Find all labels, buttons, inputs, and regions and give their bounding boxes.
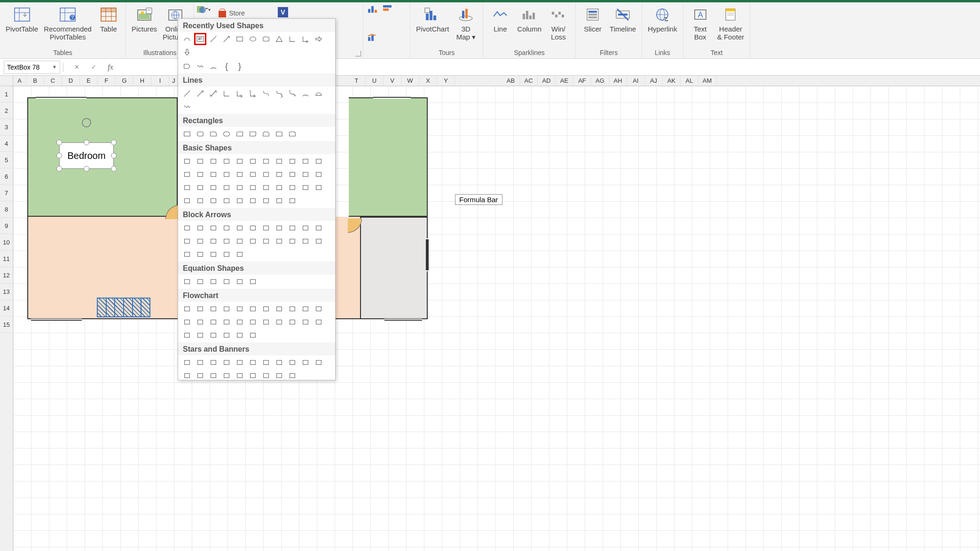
shape-line-item[interactable]	[220, 87, 233, 100]
col-header[interactable]: AG	[591, 76, 609, 86]
window-bottom-left[interactable]	[31, 319, 82, 322]
shape-flowchart-item[interactable]	[286, 316, 298, 328]
shape-star-item[interactable]	[286, 370, 298, 380]
shape-basic-item[interactable]	[286, 155, 298, 167]
row-header[interactable]: 1	[0, 86, 13, 102]
resize-handle[interactable]	[56, 153, 62, 158]
shape-rect-item[interactable]	[181, 128, 193, 140]
col-header[interactable]: AB	[502, 76, 520, 86]
shapes-dropdown-icon[interactable]	[196, 4, 208, 15]
pictures-button[interactable]: Pictures	[130, 4, 159, 34]
shape-block-arrow-item[interactable]	[181, 222, 193, 234]
shape-flowchart-item[interactable]	[207, 303, 220, 315]
shape-basic-item[interactable]	[286, 195, 298, 207]
shape-star-item[interactable]	[273, 356, 285, 369]
shape-block-arrow-item[interactable]	[286, 222, 298, 234]
shape-line-item[interactable]	[194, 87, 206, 100]
shape-basic-item[interactable]	[234, 181, 246, 194]
shape-star-item[interactable]	[207, 356, 220, 369]
shape-flowchart-item[interactable]	[234, 316, 246, 328]
shape-line-item[interactable]	[299, 87, 312, 100]
shape-block-arrow-item[interactable]	[299, 222, 312, 234]
shape-rect-item[interactable]	[220, 128, 233, 140]
name-box[interactable]: TextBox 78 ▼	[4, 61, 60, 74]
shape-basic-item[interactable]	[207, 181, 220, 194]
shape-basic-item[interactable]	[286, 181, 298, 194]
shape-rect-item[interactable]	[260, 128, 272, 140]
row-header[interactable]: 12	[0, 267, 13, 283]
shape-flowchart-item[interactable]	[273, 303, 285, 315]
shape-flowchart-item[interactable]	[194, 303, 206, 315]
row-header[interactable]: 9	[0, 218, 13, 234]
shape-line-item[interactable]	[207, 87, 220, 100]
shape-rect-item[interactable]	[207, 128, 220, 140]
shape-basic-item[interactable]	[247, 168, 259, 181]
col-header[interactable]: AM	[698, 76, 716, 86]
shape-block-arrow-item[interactable]	[181, 248, 193, 260]
shape-basic-item[interactable]	[260, 181, 272, 194]
shape-flowchart-item[interactable]	[313, 316, 325, 328]
shape-rect-item[interactable]	[194, 128, 206, 140]
shape-block-arrow-item[interactable]	[207, 248, 220, 260]
row-header[interactable]: 13	[0, 283, 13, 300]
row-header[interactable]: 7	[0, 185, 13, 201]
shape-flowchart-item[interactable]	[207, 329, 220, 341]
sparkline-line-button[interactable]: Line	[487, 4, 513, 34]
shape-block-arrow-item[interactable]	[207, 235, 220, 247]
shape-basic-item[interactable]	[260, 155, 272, 167]
col-header[interactable]: V	[384, 76, 401, 86]
insert-function-icon[interactable]: fx	[104, 61, 117, 74]
col-header[interactable]: J	[169, 76, 179, 86]
resize-handle[interactable]	[111, 166, 117, 172]
shape-star-item[interactable]	[286, 356, 298, 369]
shape-flowchart-item[interactable]	[194, 316, 206, 328]
shape-right-brace[interactable]: }	[234, 60, 246, 72]
shape-arc[interactable]	[207, 60, 220, 72]
shape-equation-item[interactable]	[194, 276, 206, 288]
shape-basic-item[interactable]	[194, 168, 206, 181]
shape-basic-item[interactable]	[181, 195, 193, 207]
shape-flowchart-item[interactable]	[194, 329, 206, 341]
shape-basic-item[interactable]	[181, 168, 193, 181]
shape-block-arrow-item[interactable]	[220, 222, 233, 234]
shape-elbow-arrow[interactable]	[299, 33, 312, 45]
row-header[interactable]: 8	[0, 201, 13, 218]
recommended-pivot-button[interactable]: ? Recommended PivotTables	[42, 4, 94, 42]
shape-block-arrow-item[interactable]	[220, 235, 233, 247]
shape-block-arrow-item[interactable]	[234, 222, 246, 234]
row-header[interactable]: 2	[0, 102, 13, 119]
shape-star-item[interactable]	[299, 356, 312, 369]
shape-star-item[interactable]	[220, 370, 233, 380]
shape-basic-item[interactable]	[234, 155, 246, 167]
column-chart-icon[interactable]	[367, 4, 380, 14]
shape-basic-item[interactable]	[234, 168, 246, 181]
resize-handle[interactable]	[111, 153, 117, 158]
shape-flowchart-1[interactable]	[181, 60, 193, 72]
name-box-dropdown-icon[interactable]: ▼	[52, 64, 57, 70]
col-header[interactable]: AK	[663, 76, 681, 86]
shape-line-item[interactable]	[286, 87, 298, 100]
shape-line-item[interactable]	[260, 87, 272, 100]
grey-room[interactable]	[360, 217, 428, 319]
rotate-handle-icon[interactable]	[80, 116, 93, 129]
shape-basic-item[interactable]	[273, 195, 285, 207]
shape-flowchart-item[interactable]	[181, 316, 193, 328]
shape-flowchart-item[interactable]	[234, 329, 246, 341]
table-button[interactable]: Table	[95, 4, 122, 34]
shape-line-item[interactable]	[181, 87, 193, 100]
bar-chart-icon[interactable]	[382, 4, 395, 14]
shape-basic-item[interactable]	[299, 155, 312, 167]
shape-scribble[interactable]	[194, 60, 206, 72]
col-header[interactable]: F	[98, 76, 116, 86]
shape-rect-item[interactable]	[273, 128, 285, 140]
resize-handle[interactable]	[84, 166, 89, 172]
row-header[interactable]: 5	[0, 152, 13, 168]
col-header[interactable]: AF	[573, 76, 591, 86]
col-header[interactable]: G	[116, 76, 133, 86]
shape-basic-item[interactable]	[207, 195, 220, 207]
shape-line-item[interactable]	[247, 87, 259, 100]
shape-flowchart-item[interactable]	[181, 329, 193, 341]
shape-left-brace[interactable]: {	[220, 60, 233, 72]
shape-right-arrow[interactable]	[313, 33, 325, 45]
shapes-gallery-menu[interactable]: Recently Used Shapes A { } Lines R	[178, 18, 336, 380]
